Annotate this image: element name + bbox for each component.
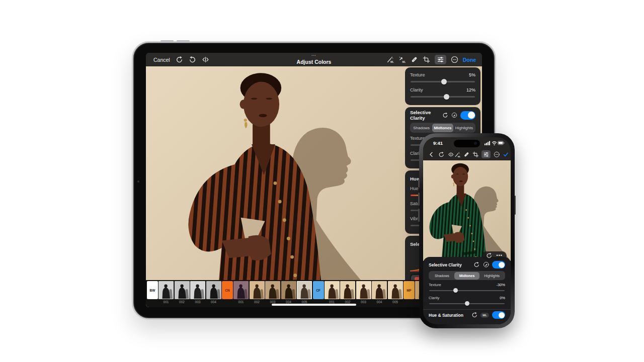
filter-thumb-label: 004 [372,300,387,304]
filter-group-tile-BW[interactable]: BW [147,281,158,299]
segment-highlights[interactable]: Highlights [479,272,505,280]
photo-canvas[interactable] [146,66,408,307]
segment-shadows[interactable]: Shadows [411,124,432,132]
texture-slider[interactable] [410,78,475,84]
more-dots-icon[interactable]: ••• [497,253,503,258]
filter-thumb-label: 001 [158,300,174,304]
filter-thumb-CF-001[interactable]: 001 [325,281,340,304]
texture-value: 5% [469,72,475,77]
filter-group-tile-MF[interactable]: MF [404,281,415,299]
more-icon[interactable] [451,56,458,63]
reset-icon[interactable] [471,312,478,318]
filter-thumb-BW-003[interactable]: 003 [190,281,205,304]
ml-enhance-icon[interactable]: ML [386,56,394,63]
photo-canvas[interactable] [423,160,511,261]
selective-clarity-toggle[interactable] [492,261,505,268]
filter-thumb-BW-002[interactable]: 002 [175,281,190,304]
adjust-tool-active[interactable] [481,150,491,158]
filter-thumb-label: 004 [281,300,296,304]
clarity-row: Clarity 0% [429,295,505,301]
adjust-icon [437,56,444,63]
filter-thumb-label: 003 [356,300,371,304]
filter-thumb-CN-005[interactable]: 005 [297,281,312,304]
texture-row: Texture -30% [429,282,505,288]
ml-crop-icon[interactable]: ML [398,56,406,63]
brush-mask-icon[interactable] [451,112,457,118]
compare-icon[interactable] [448,151,454,158]
done-button[interactable]: Done [463,57,476,63]
filter-thumb-CF-005[interactable]: 005 [388,281,403,304]
hue-saturation-toggle[interactable] [492,311,505,319]
filter-thumb-CF-004[interactable]: 004 [372,281,387,304]
filter-thumb-BW-001[interactable]: 001 [158,281,174,304]
reset-icon[interactable] [473,261,480,268]
reset-icon[interactable] [442,112,448,118]
segment-highlights[interactable]: Highlights [453,124,474,132]
segment-midtones[interactable]: Midtones [432,124,453,132]
ipad-top-toolbar: Cancel ••• Adjust Colors ML ML Done [146,53,482,66]
adjust-icon [483,151,490,158]
stage: Cancel ••• Adjust Colors ML ML Done [0,0,644,362]
filter-thumb-label: 002 [175,300,190,304]
ml-enhance-icon[interactable]: ML [454,151,461,158]
svg-text:ML: ML [390,61,394,63]
filter-thumb-CF-002[interactable]: 002 [340,281,355,304]
filter-thumb-CN-004[interactable]: 004 [281,281,296,304]
iphone-action-button [418,179,420,188]
adjust-tool-active[interactable] [435,55,446,64]
clarity-slider[interactable] [429,301,505,306]
ipad-volume-up-button [160,40,174,42]
filter-group-tile-CF[interactable]: CF [313,281,324,299]
hue-saturation-title: Hue & Saturation [429,313,463,318]
wifi-icon [493,141,497,143]
selective-clarity-toggle[interactable] [460,111,475,120]
filter-thumb-BW-004[interactable]: 004 [206,281,221,304]
redo-icon[interactable] [189,56,196,63]
filter-thumb-CN-001[interactable]: 001 [233,281,249,304]
cancel-button[interactable]: Cancel [153,57,170,63]
clarity-value: 0% [500,296,505,300]
done-check-icon[interactable] [503,151,509,158]
undo-icon[interactable] [176,56,183,63]
reset-icon[interactable] [486,252,493,259]
texture-slider[interactable] [429,288,505,293]
clarity-slider[interactable] [410,94,475,100]
filter-group-tile-CN[interactable]: CN [222,281,233,299]
filter-thumb-label: 002 [340,300,355,304]
front-camera [474,142,477,145]
ipad-home-indicator[interactable] [272,304,356,306]
filter-thumb-label: 001 [233,300,249,304]
wifi-dot [494,144,495,145]
iphone-volume-up-button [418,193,420,206]
iphone-toolbar: ML [423,148,511,160]
title-menu-dots[interactable]: ••• [297,54,332,57]
filter-thumb-label: 005 [388,300,403,304]
compare-icon[interactable] [202,56,209,63]
repair-icon[interactable] [463,151,470,158]
repair-icon[interactable] [411,56,418,63]
clarity-row: Clarity 12% [410,86,475,93]
segment-shadows[interactable]: Shadows [430,272,455,280]
filter-thumb-label: 004 [206,300,221,304]
iphone-device: 9:41 [419,133,515,328]
ipad-volume-down-button [177,40,190,42]
filter-thumb-CN-002[interactable]: 002 [250,281,265,304]
divider [423,309,511,310]
status-icons [485,140,511,146]
more-icon[interactable] [494,151,500,158]
filter-thumb-label: 005 [297,300,312,304]
status-time: 9:41 [423,140,443,146]
crop-icon[interactable] [423,56,430,63]
iphone-adjustments-panel: Selective Clarity Shadows Midtones Highl… [423,257,511,324]
crop-icon[interactable] [472,151,479,158]
clarity-label: Clarity [410,87,423,93]
filter-thumb-CN-003[interactable]: 003 [265,281,280,304]
ml-badge: ML [480,313,489,318]
segment-midtones[interactable]: Midtones [454,272,479,280]
undo-icon[interactable] [438,151,445,158]
brush-mask-icon[interactable] [483,261,490,268]
svg-text:ML: ML [457,155,460,157]
dynamic-island [454,140,480,147]
filter-thumb-CF-003[interactable]: 003 [356,281,371,304]
back-icon[interactable] [428,151,435,158]
